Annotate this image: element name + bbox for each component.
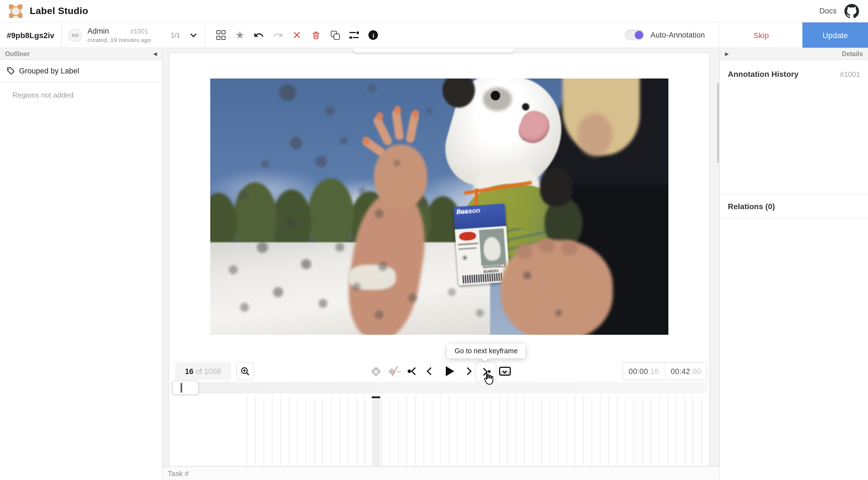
annotation-card: Season Pass ✳ RATATOUILLE BOWERS: [169, 53, 709, 466]
auto-annotation-label: Auto-Annotation: [650, 31, 705, 39]
label-studio-logo-icon: [9, 4, 23, 18]
knuckle: [516, 244, 533, 259]
relations-button[interactable]: [348, 28, 360, 42]
chevron-left-icon: [427, 367, 435, 375]
toggle-knob: [635, 31, 643, 39]
main-area: Outliner ◀ Grouped by Label Regions not …: [0, 48, 868, 480]
prev-keyframe-icon: [408, 370, 411, 373]
copy-icon: [331, 31, 340, 39]
finger-tip: [363, 137, 370, 145]
github-icon[interactable]: [844, 4, 859, 18]
task-footer-label: Task #: [168, 469, 189, 478]
header-actions: Docs: [819, 4, 859, 18]
collapse-timeline-button[interactable]: [497, 362, 512, 380]
outliner-panel: Outliner ◀ Grouped by Label Regions not …: [0, 48, 163, 480]
workspace: Season Pass ✳ RATATOUILLE BOWERS: [163, 48, 719, 480]
time-display: 00:00:16 00:42:00: [622, 362, 707, 380]
minimap-handle[interactable]: [172, 381, 198, 395]
next-frame-button[interactable]: [460, 362, 475, 380]
annotation-history-title: Annotation History: [728, 69, 799, 79]
badge-barcode: [463, 273, 503, 283]
duplicate-button[interactable]: [330, 28, 341, 42]
current-time: 00:00:16: [623, 363, 664, 380]
annotation-history-id: #1001: [840, 70, 860, 78]
opossum-eye: [491, 91, 500, 100]
update-button[interactable]: Update: [802, 23, 868, 48]
app-title: Label Studio: [30, 5, 88, 17]
annotation-created: created, 19 minutes ago: [88, 36, 151, 43]
frame-total: 1008: [204, 367, 221, 376]
badge-text-line: [458, 247, 476, 250]
ground-truth-button[interactable]: ★: [234, 28, 246, 42]
relations-icon: [350, 31, 359, 39]
badge-snowflake-icon: ✳: [461, 253, 474, 264]
toggle-interpolation-button[interactable]: [388, 362, 402, 380]
knuckle: [538, 238, 555, 253]
redo-icon: [273, 30, 283, 40]
brand[interactable]: Label Studio: [9, 4, 88, 18]
collapse-left-panel-button[interactable]: ◀: [153, 51, 157, 56]
reject-button[interactable]: [291, 28, 303, 42]
collapse-timeline-icon: [499, 367, 510, 376]
timeline-grid[interactable]: [247, 396, 708, 466]
prev-frame-button[interactable]: [423, 362, 438, 380]
person-face: [578, 113, 612, 156]
outliner-title: Outliner: [5, 51, 30, 57]
floating-toolbar-edge: [353, 48, 514, 53]
sleeve-cuff: [348, 265, 396, 290]
details-panel: ▶ Details Annotation History #1001 Relat…: [719, 48, 868, 480]
trash-icon: [311, 30, 321, 40]
skip-button[interactable]: Skip: [719, 23, 802, 48]
undo-button[interactable]: [253, 28, 265, 42]
annotation-selector[interactable]: AD Admin #1001 created, 19 minutes ago 1…: [62, 23, 206, 48]
tooltip: Go to next keyframe: [447, 344, 525, 358]
close-icon: [293, 31, 301, 39]
grid-icon: [216, 31, 225, 40]
delete-button[interactable]: [310, 28, 322, 42]
opossum-eye: [522, 103, 529, 111]
relations-section[interactable]: Relations (0): [720, 194, 868, 219]
group-by-label-text: Grouped by Label: [19, 67, 79, 75]
details-title: Details: [842, 51, 863, 57]
prev-keyframe-button[interactable]: [405, 362, 420, 380]
task-bar: #9pb8Lgs2iv AD Admin #1001 created, 19 m…: [0, 23, 868, 48]
zoom-in-button[interactable]: [236, 362, 254, 380]
annotation-pagination: 1/1: [171, 31, 180, 39]
workspace-scrollbar[interactable]: [717, 83, 719, 162]
auto-annotation-control: Auto-Annotation: [625, 23, 719, 48]
keyframe-slash-icon: [389, 365, 401, 378]
season-pass-badge: Season Pass ✳ RATATOUILLE BOWERS: [453, 204, 510, 286]
chevron-down-icon: [190, 31, 197, 37]
view-all-button[interactable]: [215, 28, 227, 42]
docs-link[interactable]: Docs: [819, 7, 837, 15]
tag-icon: [6, 67, 14, 75]
minimap-position-marker: [181, 383, 182, 392]
group-by-label-dropdown[interactable]: Grouped by Label: [0, 60, 162, 83]
finger-tip: [412, 110, 419, 118]
tooltip-text: Go to next keyframe: [455, 347, 518, 355]
badge-title-bottom: Pass: [456, 208, 472, 216]
label-studio-app: Label Studio Docs #9pb8Lgs2iv AD Admin #…: [0, 0, 868, 480]
add-keyframe-button[interactable]: [368, 362, 383, 380]
redo-button[interactable]: [272, 28, 284, 42]
frame-current: 16: [185, 367, 193, 376]
auto-annotation-toggle[interactable]: [625, 30, 644, 40]
avatar: AD: [68, 28, 82, 42]
annotation-toolbar: ★ i: [206, 23, 385, 48]
relations-title: Relations (0): [728, 202, 775, 211]
total-time: 00:42:00: [664, 363, 707, 380]
frame-counter[interactable]: 16 of 1008: [175, 362, 231, 380]
timeline-playhead[interactable]: [372, 396, 380, 466]
expand-right-panel-button[interactable]: ▶: [725, 51, 729, 56]
info-button[interactable]: i: [368, 28, 379, 42]
timeline-minimap[interactable]: [172, 382, 707, 394]
play-button[interactable]: [442, 362, 457, 380]
opossum-paw: [540, 168, 572, 206]
chevron-right-icon: [464, 367, 471, 375]
keyframe-add-icon: [371, 366, 381, 377]
badge-logo: [459, 231, 476, 241]
task-id: #9pb8Lgs2iv: [0, 23, 62, 48]
star-icon: ★: [235, 30, 245, 40]
badge-header: Season Pass: [453, 204, 506, 230]
top-header: Label Studio Docs: [0, 0, 868, 23]
